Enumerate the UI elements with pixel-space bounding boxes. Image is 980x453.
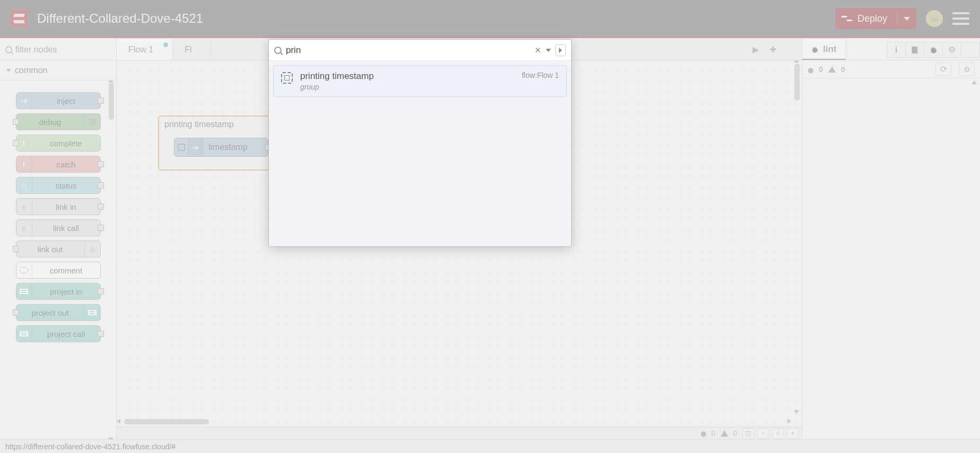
palette-node-label: complete (32, 139, 100, 148)
palette-node-link-call[interactable]: link call (16, 219, 101, 236)
flow-tab-label: Fl (185, 45, 191, 55)
palette-node-project-call[interactable]: project call (16, 325, 101, 342)
palette-node-label: status (32, 181, 100, 190)
node-port[interactable] (13, 140, 19, 146)
add-flow-button[interactable]: ✚ (765, 42, 781, 58)
chevron-down-icon (6, 69, 11, 72)
palette-node-link-in[interactable]: link in (16, 198, 101, 215)
sidebar: lint 0 0 (802, 39, 980, 439)
canvas-scrollbar-vertical[interactable] (794, 64, 800, 101)
node-port[interactable] (98, 203, 104, 210)
group-printing-timestamp[interactable]: printing timestamp timestamp (158, 116, 275, 171)
palette-filter-input[interactable] (15, 45, 111, 55)
search-result-item[interactable]: printing timestamp group flow:Flow 1 (273, 65, 567, 97)
lint-error-count: 0 (819, 65, 823, 74)
canvas-scrollbar-horizontal[interactable] (124, 419, 209, 424)
palette-node-label: link out (16, 245, 84, 254)
status-url: https://different-collared-dove-4521.flo… (5, 442, 176, 451)
palette-node-status[interactable]: status (16, 177, 101, 194)
palette-node-comment[interactable]: comment (16, 262, 101, 279)
palette-node-complete[interactable]: complete (16, 135, 101, 152)
inject-trigger-button[interactable] (174, 138, 188, 156)
search-options-button[interactable] (546, 49, 551, 52)
search-reveal-button[interactable] (555, 45, 566, 56)
node-port[interactable] (98, 331, 104, 337)
workspace-footer: 0 0 − ○ + (117, 427, 802, 439)
sidebar-more-button[interactable] (961, 42, 980, 58)
sidebar-debug-button[interactable] (924, 42, 943, 58)
node-port[interactable] (98, 288, 104, 295)
palette-node-label: project in (32, 287, 100, 296)
navigator-button[interactable] (742, 428, 754, 439)
footer-error-count: 0 (710, 429, 718, 437)
sidebar-info-button[interactable] (887, 42, 906, 58)
link-icon (84, 241, 100, 257)
chevron-down-icon[interactable] (904, 17, 910, 21)
zoom-reset-button[interactable]: ○ (772, 428, 784, 439)
lint-settings-button[interactable] (959, 63, 975, 76)
palette-node-label: comment (32, 266, 100, 275)
proj-icon (16, 283, 32, 299)
footer-warning-count: 0 (731, 429, 739, 437)
palette-category-label: common (15, 66, 47, 75)
search-results: printing timestamp group flow:Flow 1 (269, 61, 571, 246)
unsaved-indicator (163, 42, 168, 47)
proj-icon (84, 305, 100, 321)
bug-icon (811, 44, 819, 55)
lint-refresh-button[interactable] (935, 63, 951, 76)
sidebar-tab-lint[interactable]: lint (802, 39, 846, 60)
palette-node-list: injectdebugcompletecatchstatuslink inlin… (0, 81, 116, 439)
palette-node-debug[interactable]: debug (16, 113, 101, 130)
clear-search-button[interactable]: ✕ (535, 46, 541, 55)
flow-tab-Flow-1[interactable]: Flow 1 (117, 39, 173, 60)
sidebar-tabs: lint (802, 39, 980, 60)
deploy-label: Deploy (858, 13, 887, 24)
inject-node-timestamp[interactable]: timestamp (174, 138, 268, 157)
node-palette: common injectdebugcompletecatchstatuslin… (0, 39, 117, 439)
palette-node-project-out[interactable]: project out (16, 304, 101, 321)
node-port[interactable] (98, 225, 104, 231)
palette-node-label: catch (32, 160, 100, 169)
flow-menu-button[interactable] (782, 42, 798, 58)
palette-node-catch[interactable]: catch (16, 156, 101, 173)
palette-node-label: link in (32, 202, 100, 211)
palette-node-label: project call (32, 330, 100, 339)
search-input[interactable] (286, 45, 530, 56)
search-icon (274, 47, 282, 54)
user-avatar[interactable]: su (926, 10, 943, 27)
zoom-out-button[interactable]: − (757, 428, 769, 439)
palette-node-label: link call (32, 224, 100, 233)
palette-category-common[interactable]: common (0, 60, 116, 81)
node-port[interactable] (98, 161, 104, 167)
run-flow-button[interactable]: ▶ (748, 42, 764, 58)
flow-tab-Fl[interactable]: Fl (173, 39, 211, 60)
palette-node-inject[interactable]: inject (16, 92, 101, 109)
node-port[interactable] (13, 309, 19, 316)
error-icon (808, 65, 813, 74)
arrow-icon (16, 93, 32, 109)
excl-icon (16, 156, 32, 172)
deploy-button[interactable]: Deploy (835, 8, 916, 29)
node-port[interactable] (13, 119, 19, 125)
search-result-meta: flow:Flow 1 (522, 71, 559, 79)
search-result-title: printing timestamp (300, 71, 514, 82)
warning-icon (721, 430, 728, 437)
tab-toolbar: ▶ ✚ (743, 39, 802, 60)
palette-scrollbar[interactable] (109, 83, 114, 120)
error-icon (701, 429, 706, 437)
palette-node-link-out[interactable]: link out (16, 241, 101, 257)
node-port[interactable] (98, 182, 104, 189)
lint-summary-bar: 0 0 (802, 60, 980, 78)
search-result-subtitle: group (300, 83, 514, 91)
sidebar-config-button[interactable] (942, 42, 961, 58)
search-popup: ✕ printing timestamp group flow:Flow 1 (268, 39, 572, 247)
palette-node-project-in[interactable]: project in (16, 283, 101, 300)
search-input-row: ✕ (269, 40, 571, 61)
main-menu-button[interactable] (952, 12, 969, 25)
node-port[interactable] (98, 97, 104, 104)
zoom-in-button[interactable]: + (787, 428, 799, 439)
palette-filter[interactable] (0, 39, 116, 60)
proj-icon (16, 326, 32, 342)
node-port[interactable] (13, 246, 19, 252)
sidebar-help-button[interactable] (905, 42, 924, 58)
